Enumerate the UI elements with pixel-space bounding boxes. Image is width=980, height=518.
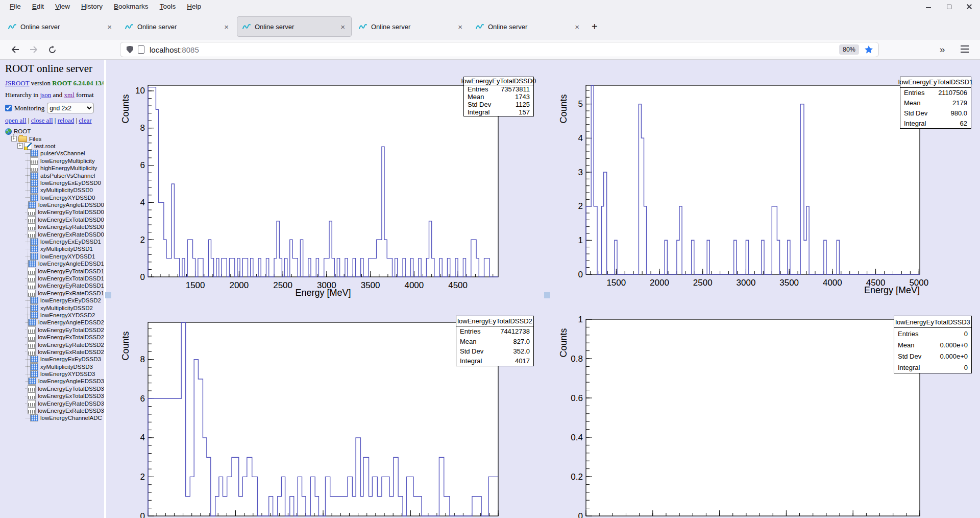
tree-item-highEnergyMultiplicity[interactable]: highEnergyMultiplicity bbox=[5, 164, 104, 172]
tree-item-lowEnergyExEyDSSD1[interactable]: lowEnergyExEyDSSD1 bbox=[5, 238, 104, 245]
tree-item-lowEnergyEyRateDSSD3[interactable]: lowEnergyEyRateDSSD3 bbox=[5, 399, 104, 407]
tree-item-lowEnergyAngleEDSSD1[interactable]: lowEnergyAngleEDSSD1 bbox=[5, 260, 104, 267]
tab-online-server-2[interactable]: Online server× bbox=[120, 16, 235, 37]
tree-item-lowEnergyEyRateDSSD2[interactable]: lowEnergyEyRateDSSD2 bbox=[5, 341, 104, 348]
stats-title: lowEnergyEyTotalDSSD0 bbox=[464, 77, 533, 85]
tree-item-lowEnergyExRateDSSD0[interactable]: lowEnergyExRateDSSD0 bbox=[5, 230, 104, 238]
hist1d-icon bbox=[28, 326, 36, 334]
menu-history[interactable]: History bbox=[76, 0, 108, 13]
tab-online-server-4[interactable]: Online server× bbox=[354, 16, 469, 37]
tree-item-lowEnergyChannelADC[interactable]: lowEnergyChannelADC bbox=[5, 414, 104, 421]
tab-online-server-3[interactable]: Online server× bbox=[237, 16, 352, 37]
tree-item-xyMultiplicityDSSD0[interactable]: xyMultiplicityDSSD0 bbox=[5, 186, 104, 194]
jsroot-link[interactable]: JSROOT bbox=[5, 79, 29, 87]
tree-item-lowEnergyEyTotalDSSD0[interactable]: lowEnergyEyTotalDSSD0 bbox=[5, 208, 104, 216]
tree-item-pulserVsChannel[interactable]: pulserVsChannel bbox=[5, 150, 104, 157]
tree-item-lowEnergyEyRateDSSD1[interactable]: lowEnergyEyRateDSSD1 bbox=[5, 282, 104, 289]
tree-item-lowEnergyExRateDSSD2[interactable]: lowEnergyExRateDSSD2 bbox=[5, 348, 104, 356]
grid-splitter-icon[interactable] bbox=[105, 292, 111, 298]
tab-close-icon[interactable]: × bbox=[338, 22, 347, 31]
action-close-all[interactable]: close all bbox=[31, 116, 53, 124]
tree-item-lowEnergyAngleEDSSD2[interactable]: lowEnergyAngleEDSSD2 bbox=[5, 319, 104, 326]
tab-online-server-1[interactable]: Online server× bbox=[3, 16, 118, 37]
tree-item-lowEnergyEyTotalDSSD3[interactable]: lowEnergyEyTotalDSSD3 bbox=[5, 385, 104, 392]
minimize-icon[interactable] bbox=[925, 3, 932, 10]
shield-icon[interactable] bbox=[127, 46, 133, 54]
menu-help[interactable]: Help bbox=[181, 0, 207, 13]
close-icon[interactable] bbox=[966, 3, 973, 10]
collapse-icon[interactable]: − bbox=[11, 136, 17, 142]
tree-item-lowEnergyEyRateDSSD0[interactable]: lowEnergyEyRateDSSD0 bbox=[5, 223, 104, 230]
tree-item-lowEnergyExRateDSSD1[interactable]: lowEnergyExRateDSSD1 bbox=[5, 290, 104, 297]
tree-item-lowEnergyXYDSSD0[interactable]: lowEnergyXYDSSD0 bbox=[5, 194, 104, 201]
tab-close-icon[interactable]: × bbox=[105, 22, 114, 31]
menu-edit[interactable]: Edit bbox=[27, 0, 50, 13]
tree-item-lowEnergyExTotalDSSD1[interactable]: lowEnergyExTotalDSSD1 bbox=[5, 275, 104, 282]
action-reload[interactable]: reload bbox=[58, 116, 74, 124]
xml-link[interactable]: xml bbox=[64, 91, 75, 99]
bookmark-star-icon[interactable] bbox=[864, 45, 873, 54]
grid-splitter-icon[interactable] bbox=[544, 292, 550, 298]
tab-close-icon[interactable]: × bbox=[456, 22, 464, 31]
tree-item-xyMultiplicityDSSD1[interactable]: xyMultiplicityDSSD1 bbox=[5, 245, 104, 252]
tree-item-lowEnergyAngleEDSSD3[interactable]: lowEnergyAngleEDSSD3 bbox=[5, 378, 104, 385]
tree-item-lowEnergyExEyDSSD3[interactable]: lowEnergyExEyDSSD3 bbox=[5, 356, 104, 363]
tree-item-lowEnergyExEyDSSD0[interactable]: lowEnergyExEyDSSD0 bbox=[5, 179, 104, 186]
reload-button[interactable] bbox=[45, 42, 59, 57]
tree-item-xyMultiplicityDSSD3[interactable]: xyMultiplicityDSSD3 bbox=[5, 363, 104, 370]
menu-file[interactable]: File bbox=[4, 0, 27, 13]
tree-item-lowEnergyExTotalDSSD3[interactable]: lowEnergyExTotalDSSD3 bbox=[5, 392, 104, 399]
tree-item-lowEnergyMultiplicity[interactable]: lowEnergyMultiplicity bbox=[5, 157, 104, 164]
back-button[interactable] bbox=[8, 42, 22, 57]
json-link[interactable]: json bbox=[40, 91, 52, 99]
tree-item-test-root[interactable]: −test.root bbox=[5, 143, 104, 150]
new-tab-button[interactable]: + bbox=[585, 21, 604, 33]
action-clear[interactable]: clear bbox=[79, 116, 91, 124]
tab-title: Online server bbox=[137, 23, 222, 31]
zoom-level-badge[interactable]: 80% bbox=[839, 44, 859, 55]
stats-box-lowEnergyEyTotalDSSD0[interactable]: lowEnergyEyTotalDSSD0Entries73573811Mean… bbox=[463, 77, 534, 116]
tree-label: lowEnergyExTotalDSSD0 bbox=[38, 217, 104, 223]
tree-item-xyMultiplicityDSSD2[interactable]: xyMultiplicityDSSD2 bbox=[5, 304, 104, 311]
hist1d-icon bbox=[28, 341, 36, 348]
tree-item-lowEnergyExRateDSSD3[interactable]: lowEnergyExRateDSSD3 bbox=[5, 407, 104, 414]
tab-online-server-5[interactable]: Online server× bbox=[471, 16, 585, 37]
action-open-all[interactable]: open all bbox=[5, 116, 27, 124]
tree-item-lowEnergyEyTotalDSSD2[interactable]: lowEnergyEyTotalDSSD2 bbox=[5, 326, 104, 334]
tree-item-lowEnergyExEyDSSD2[interactable]: lowEnergyExEyDSSD2 bbox=[5, 297, 104, 304]
stats-box-lowEnergyEyTotalDSSD2[interactable]: lowEnergyEyTotalDSSD2Entries74412738Mean… bbox=[456, 316, 534, 366]
stats-box-lowEnergyEyTotalDSSD1[interactable]: lowEnergyEyTotalDSSD1Entries21107506Mean… bbox=[900, 77, 971, 129]
maximize-icon[interactable] bbox=[945, 3, 952, 10]
grid-layout-select[interactable]: grid 2x2 bbox=[47, 103, 94, 113]
page-info-icon[interactable] bbox=[138, 45, 144, 54]
hist1d-icon bbox=[28, 208, 36, 216]
menu-bookmarks[interactable]: Bookmarks bbox=[108, 0, 154, 13]
svg-text:8: 8 bbox=[140, 355, 145, 364]
overflow-menu-icon[interactable]: » bbox=[935, 42, 949, 57]
url-text[interactable]: localhost:8085 bbox=[150, 45, 839, 54]
tree-item-root[interactable]: ROOT bbox=[5, 128, 104, 135]
tree-item-absPulserVsChannel[interactable]: absPulserVsChannel bbox=[5, 172, 104, 179]
tree-item-lowEnergyXYDSSD1[interactable]: lowEnergyXYDSSD1 bbox=[5, 253, 104, 260]
monitoring-checkbox[interactable] bbox=[5, 105, 12, 111]
hist2d-icon bbox=[30, 150, 38, 157]
tree-item-lowEnergyEyTotalDSSD1[interactable]: lowEnergyEyTotalDSSD1 bbox=[5, 267, 104, 274]
hist2d-icon bbox=[28, 260, 36, 267]
tree-item-lowEnergyExTotalDSSD2[interactable]: lowEnergyExTotalDSSD2 bbox=[5, 334, 104, 341]
menu-view[interactable]: View bbox=[50, 0, 76, 13]
app-menu-icon[interactable] bbox=[961, 43, 970, 56]
tab-close-icon[interactable]: × bbox=[573, 22, 581, 31]
collapse-icon[interactable]: − bbox=[17, 143, 23, 149]
tree-item-lowEnergyXYDSSD2[interactable]: lowEnergyXYDSSD2 bbox=[5, 312, 104, 319]
tree-item-files[interactable]: −Files bbox=[5, 135, 104, 142]
menu-tools[interactable]: Tools bbox=[154, 0, 182, 13]
forward-button[interactable] bbox=[27, 42, 41, 57]
tree-item-lowEnergyExTotalDSSD0[interactable]: lowEnergyExTotalDSSD0 bbox=[5, 216, 104, 223]
stats-box-lowEnergyEyTotalDSSD3[interactable]: lowEnergyEyTotalDSSD3Entries0Mean0.000e+… bbox=[894, 316, 972, 373]
tree-item-lowEnergyXYDSSD3[interactable]: lowEnergyXYDSSD3 bbox=[5, 370, 104, 378]
forward-arrow-icon bbox=[29, 45, 38, 54]
tree-item-lowEnergyAngleEDSSD0[interactable]: lowEnergyAngleEDSSD0 bbox=[5, 201, 104, 208]
tab-close-icon[interactable]: × bbox=[222, 22, 231, 31]
url-bar[interactable]: localhost:8085 80% bbox=[120, 42, 879, 57]
hist1d-icon bbox=[28, 348, 36, 356]
